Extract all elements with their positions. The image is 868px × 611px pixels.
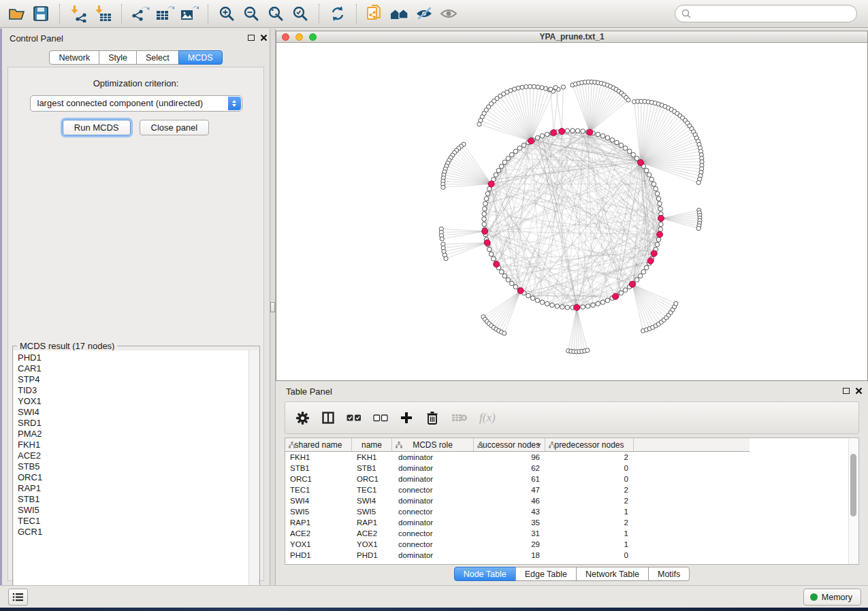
criterion-select[interactable]: largest connected component (undirected) (30, 95, 242, 112)
create-column-button[interactable] (400, 411, 413, 425)
close-panel-icon[interactable] (260, 34, 268, 42)
refresh-view-button[interactable] (325, 2, 350, 25)
search-input[interactable] (692, 7, 856, 20)
column-header-shared-name[interactable]: shared name (285, 438, 352, 451)
zoom-fit-icon (267, 5, 285, 22)
close-table-panel-icon[interactable] (855, 387, 863, 395)
tab-edge-table[interactable]: Edge Table (515, 567, 577, 581)
table-body: FKH1FKH1dominator962STB1STB1dominator620… (285, 452, 750, 561)
show-task-history-button[interactable] (8, 589, 28, 606)
open-file-button[interactable] (4, 2, 29, 25)
tab-network-table[interactable]: Network Table (576, 567, 649, 581)
maximize-window-icon[interactable] (309, 33, 317, 41)
first-neighbors-button[interactable] (387, 2, 412, 25)
table-row[interactable]: ORC1ORC1dominator610 (285, 474, 750, 484)
function-builder-button[interactable]: f(x) (479, 411, 496, 425)
deselect-all-button[interactable] (373, 414, 388, 422)
table-row[interactable]: TEC1TEC1connector472 (285, 484, 750, 495)
mcds-result-item[interactable]: SRD1 (18, 418, 249, 429)
tab-select[interactable]: Select (136, 50, 179, 65)
table-cell: connector (392, 506, 474, 517)
save-session-button[interactable] (29, 2, 53, 25)
column-header-name[interactable]: name (352, 438, 392, 451)
table-row[interactable]: ACE2ACE2connector311 (285, 528, 750, 539)
tab-motifs[interactable]: Motifs (648, 567, 690, 581)
tab-style[interactable]: Style (99, 50, 137, 65)
show-all-button[interactable] (436, 2, 461, 25)
tab-network[interactable]: Network (49, 50, 99, 65)
mcds-result-item[interactable]: STB5 (18, 461, 249, 472)
export-image-button[interactable] (177, 2, 202, 25)
eye-slash-icon (415, 5, 434, 22)
import-table-icon (93, 5, 112, 22)
export-network-button[interactable] (128, 2, 152, 25)
table-row[interactable]: PHD1PHD1dominator180 (285, 550, 750, 561)
mcds-result-item[interactable]: GCR1 (18, 527, 249, 538)
close-window-icon[interactable] (282, 33, 289, 41)
clone-network-button[interactable] (363, 2, 387, 25)
network-column-icon (549, 442, 556, 448)
mcds-result-item[interactable]: FKH1 (18, 440, 249, 450)
column-header-filler (634, 438, 750, 451)
control-panel: Control Panel Network Style Select MCDS … (2, 29, 270, 585)
table-cell: 29 (474, 539, 545, 550)
close-panel-button[interactable]: Close panel (140, 120, 210, 135)
mcds-result-item[interactable]: CAR1 (18, 363, 249, 374)
mcds-result-item[interactable]: SWI4 (18, 407, 249, 418)
mcds-result-item[interactable]: TID3 (18, 385, 249, 396)
column-header-predecessor-nodes[interactable]: predecessor nodes (545, 438, 634, 451)
show-columns-button[interactable] (321, 411, 335, 425)
mcds-result-item[interactable]: TEC1 (18, 516, 249, 527)
float-panel-icon[interactable] (248, 35, 255, 41)
mcds-result-item[interactable]: RAP1 (18, 483, 249, 494)
column-header-mcds-role[interactable]: MCDS role (392, 438, 474, 451)
float-table-panel-icon[interactable] (843, 388, 850, 394)
import-network-button[interactable] (66, 2, 91, 25)
run-mcds-button[interactable]: Run MCDS (63, 120, 131, 135)
scrollbar-thumb[interactable] (850, 454, 856, 516)
minimize-window-icon[interactable] (295, 33, 303, 41)
table-row[interactable]: STB1STB1dominator620 (285, 463, 750, 474)
table-row[interactable]: SWI4SWI4dominator462 (285, 495, 750, 506)
hide-selected-button[interactable] (412, 2, 436, 25)
table-cell: dominator (392, 463, 474, 474)
table-mode-button[interactable] (295, 411, 310, 425)
mcds-result-item[interactable]: ORC1 (18, 472, 249, 483)
delete-column-button[interactable] (425, 410, 440, 425)
main-toolbar (0, 0, 868, 28)
table-row[interactable]: FKH1FKH1dominator962 (285, 452, 750, 463)
column-header-successor-nodes[interactable]: successor nodes (474, 438, 545, 451)
memory-button[interactable]: Memory (803, 589, 861, 606)
import-table-button[interactable] (91, 2, 115, 25)
table-cell: RAP1 (352, 517, 392, 528)
mcds-result-item[interactable]: PMA2 (18, 429, 249, 440)
network-titlebar: YPA_prune.txt_1 (276, 31, 867, 43)
table-row[interactable]: SWI5SWI5connector431 (285, 506, 750, 517)
network-canvas[interactable] (276, 43, 867, 380)
search-box (675, 5, 857, 22)
zoom-selected-button[interactable] (288, 2, 312, 25)
splitter-handle[interactable] (270, 302, 275, 312)
mcds-result-item[interactable]: PHD1 (18, 352, 249, 363)
table-row[interactable]: RAP1RAP1dominator352 (285, 517, 750, 528)
table-row[interactable]: YOX1YOX1connector291 (285, 539, 750, 550)
table-cell: 2 (545, 517, 634, 528)
mcds-result-item[interactable]: STP4 (18, 374, 249, 385)
zoom-fit-button[interactable] (263, 2, 288, 25)
zoom-in-button[interactable] (214, 2, 239, 25)
mcds-result-list[interactable]: PHD1CAR1STP4TID3YOX1SWI4SRD1PMA2FKH1ACE2… (14, 350, 249, 596)
tab-node-table[interactable]: Node Table (454, 567, 516, 581)
mcds-result-item[interactable]: STB1 (18, 494, 249, 505)
mcds-list-scrollbar[interactable] (248, 350, 259, 596)
table-scrollbar[interactable] (848, 439, 858, 564)
export-table-button[interactable] (152, 2, 177, 25)
select-all-button[interactable] (347, 414, 361, 422)
vertical-splitter[interactable] (270, 29, 276, 585)
table-toolbar: f(x) (285, 401, 859, 434)
zoom-out-button[interactable] (239, 2, 263, 25)
tab-mcds[interactable]: MCDS (178, 50, 223, 65)
mcds-result-item[interactable]: SWI5 (18, 505, 249, 516)
mcds-result-item[interactable]: YOX1 (18, 396, 249, 407)
delete-table-button[interactable] (451, 412, 468, 423)
mcds-result-item[interactable]: ACE2 (18, 450, 249, 461)
